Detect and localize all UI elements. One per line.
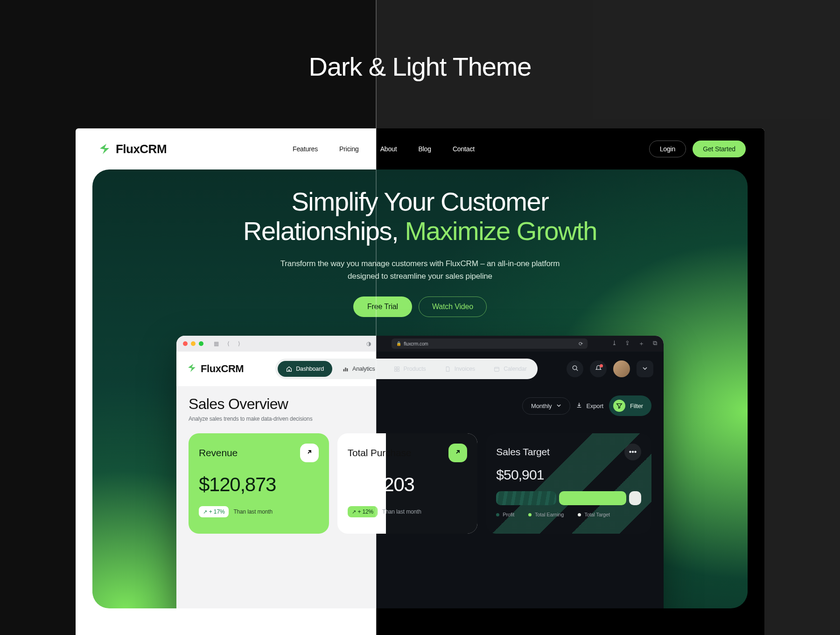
document-icon xyxy=(445,366,451,372)
hero-subtext: Transform the way you manage customers w… xyxy=(92,258,748,282)
profile-dropdown[interactable] xyxy=(637,360,653,377)
card-header: Total Purchase xyxy=(348,444,468,462)
legend-label: Total Target xyxy=(584,512,610,517)
chevron-down-icon xyxy=(556,402,561,409)
target-legend: Profit Total Earning Total Target xyxy=(496,512,641,517)
card-footer: ↗ + 17% Than last month xyxy=(199,506,319,517)
brand-name: FluxCRM xyxy=(116,142,167,156)
avatar[interactable] xyxy=(613,360,630,377)
hero-headline-line2: Relationships, xyxy=(243,216,405,246)
legend-dot-icon xyxy=(578,513,581,516)
hero: Simplify Your Customer Relationships, Ma… xyxy=(92,169,748,608)
shield-control: ◑ xyxy=(366,340,371,347)
zoom-dot-icon[interactable] xyxy=(199,341,203,346)
back-icon[interactable]: ⟨ xyxy=(227,340,230,347)
hero-sub-line2: designed to streamline your sales pipeli… xyxy=(348,272,492,281)
app-brand-name: FluxCRM xyxy=(201,363,244,375)
nav-link-about[interactable]: About xyxy=(380,145,397,153)
tabs-overview-icon[interactable]: ⧉ xyxy=(653,339,657,348)
url-field[interactable]: 🔒 fluxcrm.com ⟳ xyxy=(392,339,588,349)
free-trial-button[interactable]: Free Trial xyxy=(353,296,412,317)
bars-icon xyxy=(343,366,349,372)
minimize-dot-icon[interactable] xyxy=(191,341,196,346)
get-started-button[interactable]: Get Started xyxy=(693,141,746,157)
svg-marker-1 xyxy=(188,364,196,372)
tab-label: Products xyxy=(404,366,426,372)
app-header: FluxCRM Dashboard Analytics Products xyxy=(176,352,664,386)
card-total-purchase: Total Purchase $89,203 ↗ + 12% Than las xyxy=(337,433,478,534)
legend-label: Total Earning xyxy=(535,512,564,517)
target-progress-bar xyxy=(496,491,641,505)
svg-rect-2 xyxy=(343,369,344,371)
tab-invoices[interactable]: Invoices xyxy=(436,361,484,377)
sidebar-toggle-icon[interactable]: ▦ xyxy=(214,340,219,347)
app-brand[interactable]: FluxCRM xyxy=(187,363,244,375)
hero-sub-line1: Transform the way you manage customers w… xyxy=(280,259,560,268)
card-footer: ↗ + 12% Than last month xyxy=(348,506,468,517)
svg-rect-6 xyxy=(397,367,399,368)
lock-icon: 🔒 xyxy=(396,341,401,346)
svg-rect-8 xyxy=(397,369,399,371)
hero-content: Simplify Your Customer Relationships, Ma… xyxy=(92,169,748,317)
delta-chip: ↗ + 12% xyxy=(348,506,378,517)
arrow-up-right-icon: ↗ xyxy=(352,509,356,515)
svg-point-11 xyxy=(573,366,576,369)
nav-link-contact[interactable]: Contact xyxy=(453,145,475,153)
hero-headline-line1: Simplify Your Customer xyxy=(291,187,548,216)
search-icon xyxy=(572,365,579,374)
nav-right: Login Get Started xyxy=(649,141,746,157)
share-icon[interactable]: ⇪ xyxy=(625,339,630,348)
browser-chrome-bar: ▦ ⟨ ⟩ ◑ 🔒 fluxcrm.com ⟳ ⤓ ⇪ ＋ ⧉ xyxy=(176,336,664,352)
card-menu-button[interactable]: ••• xyxy=(624,444,641,460)
overview-heading-block: Sales Overview Analyze sales trends to m… xyxy=(189,395,312,422)
download-icon[interactable]: ⤓ xyxy=(612,339,617,348)
legend-dot-icon xyxy=(496,513,499,516)
card-sales-target: Sales Target ••• $50,901 Profit xyxy=(486,433,651,534)
arrow-up-right-icon: ↗ xyxy=(203,509,207,515)
legend-item-target: Total Target xyxy=(578,512,610,517)
hero-headline-accent: Maximize Growth xyxy=(405,216,597,246)
browser-right-controls: ⤓ ⇪ ＋ ⧉ xyxy=(612,339,657,348)
arrow-up-right-icon xyxy=(455,449,461,457)
open-card-button[interactable] xyxy=(300,444,319,462)
hero-headline: Simplify Your Customer Relationships, Ma… xyxy=(92,187,748,246)
card-value: $120,873 xyxy=(199,473,319,496)
svg-rect-4 xyxy=(347,368,348,371)
nav-link-pricing[interactable]: Pricing xyxy=(339,145,359,153)
calendar-icon xyxy=(494,366,500,372)
overview-header-row: Sales Overview Analyze sales trends to m… xyxy=(189,395,651,422)
tab-calendar[interactable]: Calendar xyxy=(485,361,535,377)
card-title: Revenue xyxy=(199,447,238,459)
app-tabs: Dashboard Analytics Products Invoices xyxy=(275,359,537,379)
filter-icon xyxy=(613,400,625,412)
tab-analytics[interactable]: Analytics xyxy=(334,361,384,377)
segment-profit xyxy=(496,491,556,505)
search-button[interactable] xyxy=(567,360,583,377)
nav-links: Features Pricing About Blog Contact xyxy=(293,145,475,153)
url-text: fluxcrm.com xyxy=(404,341,428,346)
login-button[interactable]: Login xyxy=(649,141,686,157)
nav-link-blog[interactable]: Blog xyxy=(418,145,431,153)
tab-products[interactable]: Products xyxy=(385,361,434,377)
close-dot-icon[interactable] xyxy=(183,341,188,346)
open-card-button[interactable] xyxy=(448,444,467,462)
period-selector[interactable]: Monthly xyxy=(522,397,570,415)
shield-icon[interactable]: ◑ xyxy=(366,340,371,347)
export-button[interactable]: Export xyxy=(576,402,603,410)
delta-value: + 12% xyxy=(358,508,374,515)
delta-note: Than last month xyxy=(233,508,273,515)
new-tab-icon[interactable]: ＋ xyxy=(638,339,644,348)
watch-video-button[interactable]: Watch Video xyxy=(419,296,487,317)
overview-subtitle: Analyze sales trends to make data-driven… xyxy=(189,416,312,422)
tab-dashboard[interactable]: Dashboard xyxy=(278,361,332,377)
tab-label: Dashboard xyxy=(296,366,324,372)
nav-link-features[interactable]: Features xyxy=(293,145,318,153)
legend-item-earning: Total Earning xyxy=(528,512,564,517)
refresh-icon[interactable]: ⟳ xyxy=(579,341,583,347)
notifications-button[interactable] xyxy=(590,360,607,377)
filter-button[interactable]: Filter xyxy=(609,395,651,416)
svg-rect-9 xyxy=(495,367,499,371)
forward-icon[interactable]: ⟩ xyxy=(238,340,240,347)
overview-actions: Monthly Export Filter xyxy=(522,395,651,416)
brand[interactable]: FluxCRM xyxy=(98,142,167,156)
